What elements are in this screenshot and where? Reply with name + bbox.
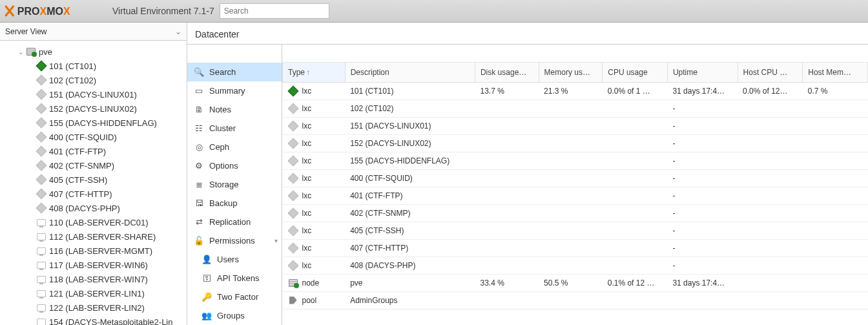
container-icon [288,122,298,130]
cell-description: 401 (CTF-FTP) [345,187,475,205]
view-selector[interactable]: Server View ⌄ [0,23,187,41]
nav-item-label: API Tokens [217,273,260,283]
col-uptime[interactable]: Uptime [667,63,738,82]
cell-hostcpu [738,292,803,309]
tree-node[interactable]: 155 (DACYS-HIDDENFLAG) [0,116,187,130]
nav-item-cluster[interactable]: ☷Cluster [187,119,282,138]
col-memory[interactable]: Memory us… [539,63,603,82]
cell-uptime: - [667,222,738,240]
tree-node[interactable]: 110 (LAB-SERVER-DC01) [0,215,187,229]
container-icon [288,244,298,252]
twofactor-icon: 🔑 [202,292,212,302]
tree-node[interactable]: 152 (DACYS-LINUX02) [0,101,187,116]
config-nav: 🔍Search▭Summary🗎Notes☷Cluster◎Ceph⚙Optio… [187,45,282,325]
nav-item-notes[interactable]: 🗎Notes [187,100,282,119]
tree-node[interactable]: 116 (LAB-SERVER-MGMT) [0,244,187,258]
cell-type: lxc [283,205,346,222]
nav-item-label: Options [209,161,238,171]
cell-disk [475,135,539,152]
tree-node[interactable]: 402 (CTF-SNMP) [0,158,187,173]
table-row[interactable]: lxc400 (CTF-SQUID)- [283,170,868,187]
col-description[interactable]: Description [345,63,475,82]
cell-hostcpu [738,152,803,170]
tree-node[interactable]: 408 (DACYS-PHP) [0,201,187,215]
resource-tree[interactable]: ⌄ pve 101 (CT101)102 (CT102)151 (DACYS-L… [0,41,187,325]
cell-hostcpu [738,240,803,257]
tree-node[interactable]: 118 (LAB-SERVER-WIN7) [0,272,187,286]
groups-icon: 👥 [202,311,212,320]
table-row[interactable]: lxc151 (DACYS-LINUX01)- [283,118,868,135]
container-icon [36,189,46,199]
cell-cpu [603,257,668,275]
nav-item-options[interactable]: ⚙Options [187,156,282,175]
tree-node[interactable]: 117 (LAB-SERVER-WIN6) [0,258,187,272]
global-search-input[interactable] [220,3,329,19]
nav-item-groups[interactable]: 👥Groups [187,306,282,325]
table-row[interactable]: lxc102 (CT102)- [283,100,868,118]
table-row[interactable]: poolAdminGroups [283,292,868,309]
nav-item-tokens[interactable]: ⚿API Tokens [187,269,282,288]
table-row[interactable]: lxc155 (DACYS-HIDDENFLAG)- [283,152,868,170]
nav-item-search[interactable]: 🔍Search [187,63,282,81]
nav-item-twofactor[interactable]: 🔑Two Factor [187,288,282,306]
tree-node[interactable]: 101 (CT101) [0,59,187,73]
nav-item-users[interactable]: 👤Users [187,250,282,269]
table-row[interactable]: nodepve33.4 %50.5 %0.1% of 12 …31 days 1… [283,275,868,292]
nav-item-replication[interactable]: ⇄Replication [187,213,282,231]
col-disk[interactable]: Disk usage… [475,63,539,82]
cell-uptime [667,292,738,309]
search-grid[interactable]: Type↑ Description Disk usage… Memory us…… [282,63,868,325]
container-icon [36,174,46,185]
tree-node[interactable]: 405 (CTF-SSH) [0,173,187,187]
tree-node[interactable]: 151 (DACYS-LINUX01) [0,87,187,101]
collapse-icon[interactable]: ⌄ [18,48,26,56]
cell-uptime: - [667,170,738,187]
cell-hostmem [803,205,868,222]
tree-node[interactable]: 102 (CT102) [0,73,187,87]
vm-icon [36,302,46,313]
vm-icon [36,231,46,242]
tree-node-label: 116 (LAB-SERVER-MGMT) [49,246,152,256]
cell-uptime: - [667,135,738,152]
nav-item-permissions[interactable]: 🔓Permissions▾ [187,231,282,250]
col-hostmem[interactable]: Host Mem… [803,63,868,82]
col-cpu[interactable]: CPU usage [603,63,668,82]
tree-node[interactable]: 121 (LAB-SERVER-LIN1) [0,286,187,300]
col-hostcpu[interactable]: Host CPU … [738,63,803,82]
breadcrumb-label: Datacenter [195,29,239,39]
tree-node-label: 122 (LAB-SERVER-LIN2) [49,303,145,313]
table-row[interactable]: lxc405 (CTF-SSH)- [283,222,868,240]
nav-item-storage[interactable]: ≣Storage [187,175,282,194]
nav-item-label: Summary [209,86,245,96]
table-row[interactable]: lxc408 (DACYS-PHP)- [283,257,868,275]
cell-uptime: - [667,152,738,170]
cell-hostcpu [738,135,803,152]
cell-mem [539,100,603,118]
cell-cpu [603,135,668,152]
table-row[interactable]: lxc152 (DACYS-LINUX02)- [283,135,868,152]
cell-description: 405 (CTF-SSH) [345,222,475,240]
table-row[interactable]: lxc401 (CTF-FTP)- [283,187,868,205]
nav-item-ceph[interactable]: ◎Ceph [187,138,282,156]
cell-description: 408 (DACYS-PHP) [345,257,475,275]
nav-item-backup[interactable]: 🖫Backup [187,194,282,213]
nav-item-summary[interactable]: ▭Summary [187,81,282,100]
tree-node[interactable]: 154 (DACYS-Metasploitable2-Lin [0,315,187,325]
tree-node[interactable]: 122 (LAB-SERVER-LIN2) [0,300,187,315]
tree-node[interactable]: 401 (CTF-FTP) [0,144,187,158]
cell-uptime: - [667,257,738,275]
cell-description: 151 (DACYS-LINUX01) [345,118,475,135]
table-row[interactable]: lxc402 (CTF-SNMP)- [283,205,868,222]
cell-type: node [283,275,346,292]
cell-cpu: 0.1% of 12 … [603,275,668,292]
col-type[interactable]: Type↑ [283,63,346,82]
tree-node[interactable]: 407 (CTF-HTTP) [0,187,187,201]
table-row[interactable]: lxc101 (CT101)13.7 %21.3 %0.0% of 1 …31 … [283,82,868,100]
container-icon [36,203,46,213]
tree-node-label: 407 (CTF-HTTP) [49,189,112,199]
tree-node[interactable]: 112 (LAB-SERVER-SHARE) [0,229,187,244]
cell-type: pool [283,292,346,309]
tree-node-root[interactable]: ⌄ pve [0,45,187,59]
table-row[interactable]: lxc407 (CTF-HTTP)- [283,240,868,257]
tree-node[interactable]: 400 (CTF-SQUID) [0,130,187,144]
